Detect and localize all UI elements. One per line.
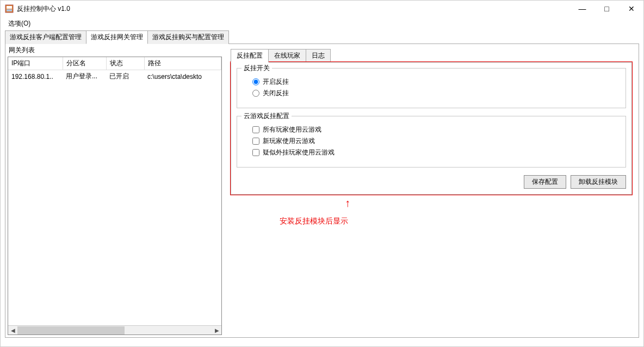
- app-icon: [5, 4, 14, 13]
- col-ip[interactable]: IP端口: [8, 57, 63, 70]
- svg-rect-2: [7, 9, 12, 11]
- sub-tab-config[interactable]: 反挂配置: [231, 49, 269, 63]
- cloud-group-title: 云游戏反挂配置: [242, 111, 292, 121]
- main-tab-2[interactable]: 游戏反挂购买与配置管理: [147, 30, 229, 44]
- right-panel: 反挂配置 在线玩家 日志 反挂开关 开启反挂 关闭反挂: [224, 44, 636, 337]
- check-all-players[interactable]: 所有玩家使用云游戏: [252, 125, 618, 134]
- menu-bar: 选项(O): [1, 17, 643, 29]
- radio-enable-input[interactable]: [252, 78, 259, 85]
- scroll-right-icon[interactable]: ▶: [212, 326, 221, 335]
- check-new-players-input[interactable]: [252, 138, 259, 145]
- svg-rect-1: [7, 6, 12, 9]
- cell-status: 已开启: [106, 70, 144, 83]
- radio-enable[interactable]: 开启反挂: [252, 77, 618, 86]
- sub-tab-online[interactable]: 在线玩家: [268, 49, 306, 63]
- col-zone[interactable]: 分区名: [63, 57, 106, 70]
- horizontal-scrollbar[interactable]: ◀ ▶: [8, 325, 221, 334]
- check-suspect-players-label: 疑似外挂玩家使用云游戏: [263, 148, 335, 157]
- radio-enable-label: 开启反挂: [263, 77, 289, 86]
- maximize-button[interactable]: □: [595, 1, 619, 17]
- button-row: 保存配置 卸载反挂模块: [237, 175, 626, 189]
- main-tab-0[interactable]: 游戏反挂客户端配置管理: [5, 30, 86, 44]
- check-new-players[interactable]: 新玩家使用云游戏: [252, 137, 618, 146]
- sub-tab-log[interactable]: 日志: [306, 49, 331, 63]
- save-button[interactable]: 保存配置: [524, 175, 566, 189]
- radio-disable-label: 关闭反挂: [263, 89, 289, 98]
- main-tabs: 游戏反挂客户端配置管理 游戏反挂网关管理 游戏反挂购买与配置管理 网关列表 IP…: [5, 30, 639, 338]
- scroll-thumb[interactable]: [17, 326, 125, 334]
- switch-group-title: 反挂开关: [242, 64, 272, 73]
- tab-content: 网关列表 IP端口 分区名 状态 路径: [5, 44, 639, 338]
- gateway-table-wrap: IP端口 分区名 状态 路径 192.168.80.1.. 用户登录... 已开…: [8, 57, 222, 335]
- radio-disable[interactable]: 关闭反挂: [252, 89, 618, 98]
- main-tab-row: 游戏反挂客户端配置管理 游戏反挂网关管理 游戏反挂购买与配置管理: [5, 30, 639, 44]
- table-header-row: IP端口 分区名 状态 路径: [8, 57, 221, 70]
- unload-button[interactable]: 卸载反挂模块: [571, 175, 626, 189]
- check-suspect-players-input[interactable]: [252, 149, 259, 156]
- cell-ip: 192.168.80.1..: [8, 70, 63, 83]
- gateway-list-title: 网关列表: [5, 44, 224, 57]
- cell-path: c:\users\cta\deskto: [144, 70, 221, 83]
- col-status[interactable]: 状态: [106, 57, 144, 70]
- scroll-left-icon[interactable]: ◀: [8, 326, 17, 335]
- table-row[interactable]: 192.168.80.1.. 用户登录... 已开启 c:\users\cta\…: [8, 70, 221, 83]
- arrow-up-icon: ↑: [345, 197, 350, 209]
- sub-tab-row: 反挂配置 在线玩家 日志: [231, 48, 632, 62]
- window-title: 反挂控制中心 v1.0: [17, 4, 570, 14]
- annotation-text: 安装反挂模块后显示: [280, 216, 348, 225]
- close-button[interactable]: ✕: [619, 1, 643, 17]
- radio-disable-input[interactable]: [252, 90, 259, 97]
- check-all-players-input[interactable]: [252, 126, 259, 133]
- check-suspect-players[interactable]: 疑似外挂玩家使用云游戏: [252, 148, 618, 157]
- col-path[interactable]: 路径: [144, 57, 221, 70]
- gateway-table[interactable]: IP端口 分区名 状态 路径 192.168.80.1.. 用户登录... 已开…: [8, 57, 221, 325]
- check-all-players-label: 所有玩家使用云游戏: [263, 125, 321, 134]
- annotation: ↑ 安装反挂模块后显示: [280, 216, 632, 226]
- cell-zone: 用户登录...: [63, 70, 106, 83]
- menu-options[interactable]: 选项(O): [6, 18, 33, 29]
- scroll-track[interactable]: [17, 326, 212, 334]
- titlebar: 反挂控制中心 v1.0 ― □ ✕: [1, 1, 643, 17]
- minimize-button[interactable]: ―: [570, 1, 595, 17]
- main-tab-1[interactable]: 游戏反挂网关管理: [86, 30, 148, 44]
- check-new-players-label: 新玩家使用云游戏: [263, 137, 315, 146]
- cloud-group: 云游戏反挂配置 所有玩家使用云游戏 新玩家使用云游戏 疑似外挂玩家使用云游戏: [237, 116, 626, 168]
- left-panel: 网关列表 IP端口 分区名 状态 路径: [5, 44, 224, 337]
- sub-content: 反挂开关 开启反挂 关闭反挂 云游戏反挂配置 所有玩家使用云游戏: [231, 62, 632, 195]
- switch-group: 反挂开关 开启反挂 关闭反挂: [237, 68, 626, 108]
